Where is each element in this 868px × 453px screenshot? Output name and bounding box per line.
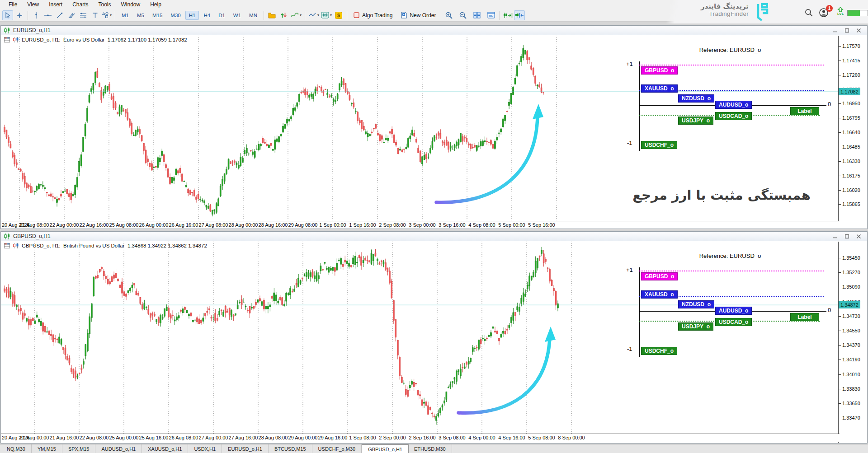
correlation-label-nzdusd_o: NZDUSD_o <box>678 94 714 103</box>
close-button[interactable] <box>853 233 864 240</box>
chart-window-eurusd: EURUSD_o,H1 EURUSD_o, H1: Euro vs US Dol… <box>0 25 868 229</box>
new-order-button[interactable]: New Order <box>396 10 440 20</box>
brand-persian-name: تریدینگ فایندر <box>680 2 749 10</box>
currency-button[interactable]: $ <box>333 10 344 20</box>
zoom-in-button[interactable] <box>443 10 454 20</box>
one-click-trading-icon <box>4 243 10 248</box>
text-tool-button[interactable] <box>90 10 100 20</box>
correlation-label-xauusd_o: XAUUSD_o <box>641 290 678 299</box>
line-chart-type-button[interactable]: ▾ <box>308 10 320 20</box>
timeframe-button-h1[interactable]: H1 <box>185 11 199 20</box>
shapes-tool-button[interactable]: ▾ <box>101 10 112 20</box>
algo-trading-label: Algo Trading <box>362 12 392 19</box>
time-axis-label: 22 Aug 00:00 <box>50 222 79 228</box>
price-axis-label: 1.33470 <box>842 415 860 420</box>
cascade-windows-button[interactable] <box>486 10 496 20</box>
fibonacci-tool-button[interactable] <box>78 10 89 20</box>
menu-item-charts[interactable]: Charts <box>67 0 93 9</box>
timeframe-button-mn[interactable]: MN <box>245 11 261 20</box>
algo-trading-icon <box>354 12 359 18</box>
menu-item-help[interactable]: Help <box>145 0 166 9</box>
trendline-tool-button[interactable] <box>54 10 65 20</box>
chart-tab-usdchf-o-m30[interactable]: USDCHF_o,M30 <box>312 444 362 453</box>
menu-item-file[interactable]: File <box>4 0 22 9</box>
panel-axis-line <box>639 267 640 357</box>
time-axis[interactable]: 20 Aug 202521 Aug 08:0022 Aug 00:0022 Au… <box>1 221 840 229</box>
timeframe-button-m15[interactable]: M15 <box>149 11 166 20</box>
time-axis-label: 22 Aug 16:00 <box>80 222 109 228</box>
crosshair-tool-button[interactable] <box>14 10 25 20</box>
chart-tab-nq-m30[interactable]: NQ,M30 <box>1 444 32 453</box>
candle-chart-type-button[interactable]: ▾ <box>321 10 332 20</box>
panel-zero-label: 0 <box>828 307 831 313</box>
time-axis-label: 5 Sep 00:00 <box>498 222 525 228</box>
menu-item-view[interactable]: View <box>22 0 44 9</box>
menu-item-window[interactable]: Window <box>116 0 146 9</box>
correlation-label-usdcad_o: USDCAD_o <box>715 112 752 120</box>
persian-annotation: همبستگی مثبت با ارز مرجع <box>628 187 815 203</box>
indicators-button[interactable]: ▾ <box>290 10 302 20</box>
chart-tab-ethusd-m30[interactable]: ETHUSD,M30 <box>408 444 452 453</box>
up-down-arrows-icon <box>280 12 287 19</box>
maximize-button[interactable] <box>841 233 853 240</box>
correlation-panel: Reference: EURUSD_o+1-10GBPUSD_oXAUUSD_o… <box>624 47 836 157</box>
timeframe-button-m5[interactable]: M5 <box>133 11 148 20</box>
vertical-line-tool-button[interactable] <box>31 10 42 20</box>
search-icon[interactable] <box>805 9 813 17</box>
new-order-icon <box>401 12 407 19</box>
menu-item-tools[interactable]: Tools <box>94 0 116 9</box>
auto-scroll-button[interactable] <box>514 10 525 20</box>
channel-tool-button[interactable] <box>66 10 77 20</box>
chart-tab-spx-m15[interactable]: SPX,M15 <box>62 444 95 453</box>
price-axis-label: 1.16330 <box>842 159 860 164</box>
horizontal-line-tool-button[interactable] <box>42 10 53 20</box>
timeframe-button-w1[interactable]: W1 <box>230 11 245 20</box>
minimize-button[interactable] <box>829 27 841 34</box>
chart-canvas[interactable]: EURUSD_o, H1: Euro vs US Dollar 1.17062 … <box>1 36 867 229</box>
time-axis-label: 26 Aug 00:00 <box>139 222 169 228</box>
chart-tab-btcusd-m15[interactable]: BTCUSD,M15 <box>269 444 312 453</box>
timeframe-button-d1[interactable]: D1 <box>215 11 229 20</box>
level-progress-bar <box>847 10 868 16</box>
auto-scroll-icon <box>514 12 524 19</box>
minimize-button[interactable] <box>829 233 841 240</box>
chart-tab-gbpusd-o-h1[interactable]: GBPUSD_o,H1 <box>362 444 409 453</box>
chart-tab-eurusd-o-h1[interactable]: EURUSD_o,H1 <box>222 444 269 453</box>
correlation-label-usdchf_o: USDCHF_o <box>641 347 677 355</box>
open-folder-button[interactable] <box>267 10 278 20</box>
candlestick-symbol-icon <box>4 28 10 33</box>
chart-tab-usdx-h1[interactable]: USDX,H1 <box>188 444 222 453</box>
notification-badge[interactable]: 1 <box>826 5 833 12</box>
zoom-out-button[interactable] <box>458 10 468 20</box>
chart-tab-xauusd-o-h1[interactable]: XAUUSD_o,H1 <box>142 444 188 453</box>
timeframe-button-m30[interactable]: M30 <box>167 11 184 20</box>
shapes-icon <box>102 12 109 19</box>
window-title-bar[interactable]: EURUSD_o,H1 <box>1 26 867 35</box>
horizontal-line-icon <box>44 12 52 19</box>
cursor-tool-button[interactable] <box>2 10 13 20</box>
chart-tab-audusd-o-h1[interactable]: AUDUSD_o,H1 <box>95 444 142 453</box>
toolbar-separator <box>28 11 28 20</box>
chart-tab-ym-m15[interactable]: YM,M15 <box>32 444 62 453</box>
price-axis-label: 1.35450 <box>842 255 860 261</box>
timeframe-button-m1[interactable]: M1 <box>118 11 132 20</box>
toolbar-separator <box>305 11 305 20</box>
tile-windows-button[interactable] <box>472 10 482 20</box>
price-axis[interactable]: 1.354501.352701.350901.349101.347301.345… <box>838 242 867 443</box>
close-button[interactable] <box>853 27 864 34</box>
menu-item-insert[interactable]: Insert <box>44 0 67 9</box>
current-price-tag: 1.34872 <box>839 301 860 308</box>
timeframe-button-h4[interactable]: H4 <box>200 11 214 20</box>
price-axis[interactable]: 1.175701.174151.172601.171051.169501.167… <box>838 36 867 229</box>
time-axis-label: 25 Aug 16:00 <box>139 435 169 440</box>
maximize-button[interactable] <box>841 27 853 34</box>
time-axis-label: 8 Sep 00:00 <box>558 435 585 440</box>
algo-trading-button[interactable]: Algo Trading <box>349 11 396 20</box>
price-axis-label: 1.34730 <box>842 313 860 319</box>
window-title-bar[interactable]: GBPUSD_o,H1 <box>1 232 867 241</box>
chart-shift-button[interactable] <box>502 10 513 20</box>
time-axis[interactable]: 20 Aug 202521 Aug 00:0021 Aug 16:0022 Au… <box>1 434 840 442</box>
chart-canvas[interactable]: GBPUSD_o, H1: British Pound vs US Dollar… <box>1 242 867 443</box>
market-watch-button[interactable] <box>278 10 289 20</box>
correlation-label-label: Label <box>790 313 819 321</box>
